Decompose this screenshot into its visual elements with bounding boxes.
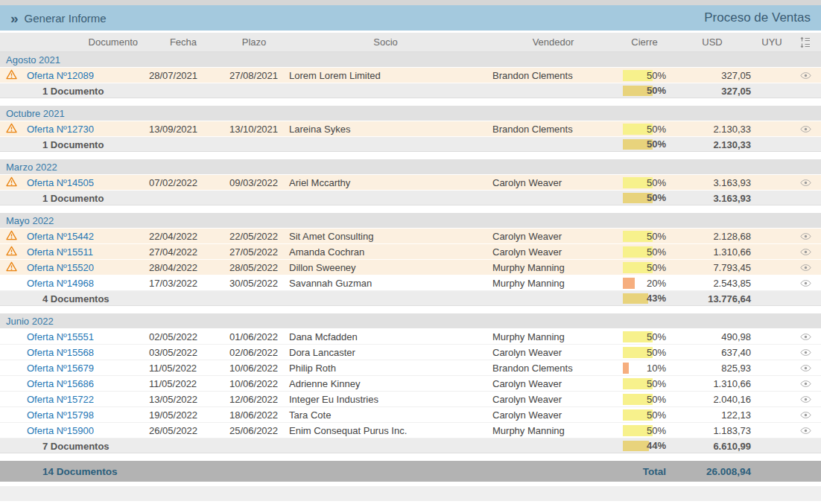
- usd-value: 1.310,66: [671, 246, 754, 258]
- document-link[interactable]: Oferta Nº15442: [27, 231, 94, 242]
- plazo-cell: 10/06/2022: [225, 378, 283, 389]
- table-row[interactable]: Oferta Nº14968 17/03/2022 30/05/2022 Sav…: [0, 275, 821, 291]
- eye-icon[interactable]: [790, 412, 821, 418]
- plazo-cell: 30/05/2022: [225, 278, 283, 289]
- table-row[interactable]: Oferta Nº15722 13/05/2022 12/06/2022 Int…: [0, 392, 821, 407]
- usd-value: 1.183,73: [671, 425, 754, 436]
- column-header-vendedor[interactable]: Vendedor: [488, 36, 618, 48]
- eye-icon[interactable]: [790, 264, 821, 271]
- group-rows: Oferta Nº12089 28/07/2021 27/08/2021 Lor…: [0, 68, 821, 83]
- document-link[interactable]: Oferta Nº15551: [27, 331, 94, 342]
- vendedor-cell: Brandon Clements: [488, 363, 618, 374]
- column-header-fecha[interactable]: Fecha: [142, 36, 225, 48]
- subtotal-cierre: 50%: [618, 191, 671, 205]
- document-link[interactable]: Oferta Nº15568: [27, 347, 94, 358]
- group-label: Octubre 2021: [6, 108, 65, 119]
- document-link[interactable]: Oferta Nº15900: [27, 425, 94, 436]
- subtotal-cierre: 44%: [618, 438, 671, 453]
- column-header-uyu[interactable]: UYU: [754, 36, 790, 48]
- group-rows: Oferta Nº15551 02/05/2022 01/06/2022 Dan…: [0, 329, 821, 438]
- plazo-cell: 27/05/2022: [225, 246, 283, 258]
- eye-icon[interactable]: [790, 126, 821, 133]
- eye-icon[interactable]: [790, 380, 821, 387]
- table-row[interactable]: Oferta Nº14505 07/02/2022 09/03/2022 Ari…: [0, 175, 821, 191]
- document-link[interactable]: Oferta Nº15686: [27, 378, 94, 389]
- usd-value: 490,98: [671, 331, 754, 342]
- fecha-cell: 11/05/2022: [142, 378, 225, 389]
- table-row[interactable]: Oferta Nº12730 13/09/2021 13/10/2021 Lar…: [0, 121, 821, 137]
- group-subtotal-row: 1 Documento 50% 3.163,93: [0, 191, 821, 205]
- eye-icon[interactable]: [790, 427, 821, 434]
- generate-report-label: Generar Informe: [25, 12, 107, 25]
- subtotal-cierre-cell: 50%: [618, 191, 671, 205]
- socio-cell: Enim Consequat Purus Inc.: [283, 425, 488, 436]
- table-row[interactable]: Oferta Nº15520 28/04/2022 28/05/2022 Dil…: [0, 260, 821, 275]
- eye-icon[interactable]: [790, 249, 821, 255]
- column-header-documento[interactable]: Documento: [22, 36, 142, 48]
- eye-icon[interactable]: [790, 334, 821, 340]
- plazo-cell: 28/05/2022: [225, 262, 283, 273]
- cierre-cell: 50%: [618, 244, 671, 260]
- group-subtotal-row: 1 Documento 50% 327,05: [0, 83, 821, 98]
- cierre-value: 50%: [618, 423, 671, 438]
- subtotal-usd: 3.163,93: [671, 193, 754, 204]
- table-row[interactable]: Oferta Nº15568 03/05/2022 02/06/2022 Dor…: [0, 345, 821, 360]
- table-row[interactable]: Oferta Nº15551 02/05/2022 01/06/2022 Dan…: [0, 329, 821, 345]
- document-link[interactable]: Oferta Nº14968: [27, 278, 94, 289]
- vendedor-cell: Carolyn Weaver: [488, 347, 618, 358]
- vendedor-cell: Carolyn Weaver: [488, 246, 618, 258]
- group-header: Mayo 2022: [0, 213, 821, 229]
- warning-icon: [6, 123, 17, 135]
- eye-icon[interactable]: [790, 233, 821, 240]
- column-header-plazo[interactable]: Plazo: [225, 36, 283, 48]
- subtotal-usd: 327,05: [671, 86, 754, 97]
- table-row[interactable]: Oferta Nº15798 19/05/2022 18/06/2022 Tar…: [0, 407, 821, 423]
- cierre-cell: 50%: [618, 423, 671, 438]
- document-link[interactable]: Oferta Nº12730: [27, 124, 94, 135]
- cierre-value: 50%: [618, 244, 671, 260]
- vendedor-cell: Brandon Clements: [488, 124, 618, 135]
- eye-icon[interactable]: [790, 396, 821, 403]
- vendedor-cell: Murphy Manning: [488, 278, 618, 289]
- table-row[interactable]: Oferta Nº15679 11/05/2022 10/06/2022 Phi…: [0, 360, 821, 376]
- fecha-cell: 02/05/2022: [142, 331, 225, 342]
- cierre-value: 50%: [618, 376, 671, 392]
- column-header-cierre[interactable]: Cierre: [618, 36, 671, 48]
- socio-cell: Adrienne Kinney: [283, 378, 488, 389]
- grand-total-count: 14 Documentos: [0, 466, 142, 477]
- table-row[interactable]: Oferta Nº15511 27/04/2022 27/05/2022 Ama…: [0, 244, 821, 260]
- table-row[interactable]: Oferta Nº15442 22/04/2022 22/05/2022 Sit…: [0, 229, 821, 244]
- group-rows: Oferta Nº12730 13/09/2021 13/10/2021 Lar…: [0, 121, 821, 137]
- table-row[interactable]: Oferta Nº15686 11/05/2022 10/06/2022 Adr…: [0, 376, 821, 392]
- plazo-cell: 18/06/2022: [225, 409, 283, 421]
- eye-icon[interactable]: [790, 72, 821, 79]
- fecha-cell: 22/04/2022: [142, 231, 225, 242]
- eye-icon[interactable]: [790, 365, 821, 371]
- vendedor-cell: Murphy Manning: [488, 425, 618, 436]
- document-link[interactable]: Oferta Nº15722: [27, 394, 94, 405]
- document-link[interactable]: Oferta Nº15520: [27, 262, 94, 273]
- document-link[interactable]: Oferta Nº15679: [27, 363, 94, 374]
- plazo-cell: 27/08/2021: [225, 70, 283, 81]
- document-link[interactable]: Oferta Nº15798: [27, 409, 94, 421]
- generate-report-button[interactable]: » Generar Informe: [10, 11, 107, 25]
- usd-value: 7.793,45: [671, 262, 754, 273]
- eye-icon[interactable]: [790, 280, 821, 287]
- column-header-socio[interactable]: Socio: [283, 36, 488, 48]
- table-row[interactable]: Oferta Nº15900 26/05/2022 25/06/2022 Eni…: [0, 423, 821, 438]
- usd-value: 825,93: [671, 363, 754, 374]
- cierre-cell: 50%: [618, 175, 671, 191]
- warning-icon: [6, 176, 17, 189]
- table-row[interactable]: Oferta Nº12089 28/07/2021 27/08/2021 Lor…: [0, 68, 821, 83]
- document-link[interactable]: Oferta Nº12089: [27, 70, 94, 81]
- column-header-usd[interactable]: USD: [671, 36, 754, 48]
- document-link[interactable]: Oferta Nº14505: [27, 177, 94, 188]
- eye-icon[interactable]: [790, 179, 821, 186]
- document-link[interactable]: Oferta Nº15511: [27, 246, 93, 258]
- top-strip: [0, 0, 821, 5]
- group-label: Mayo 2022: [6, 215, 54, 226]
- subtotal-usd: 6.610,99: [671, 441, 754, 452]
- column-settings-icon[interactable]: [790, 36, 821, 48]
- eye-icon[interactable]: [790, 349, 821, 356]
- socio-cell: Dora Lancaster: [283, 347, 488, 358]
